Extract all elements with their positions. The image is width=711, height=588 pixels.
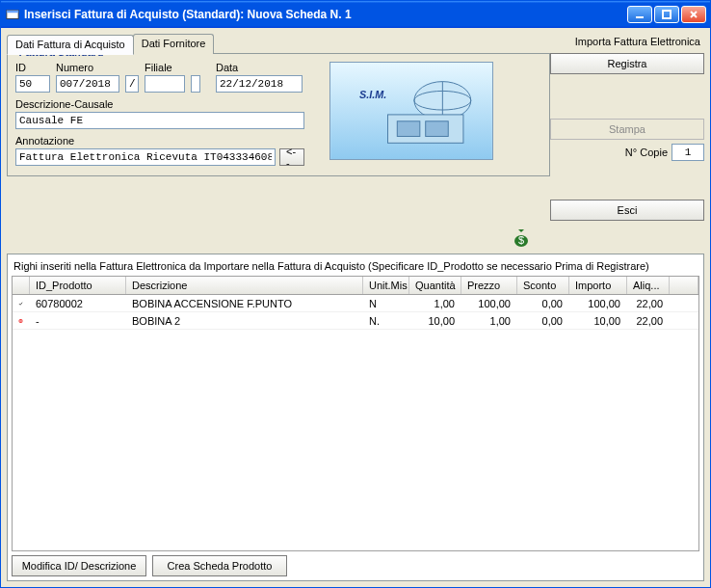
col-prezzo[interactable]: Prezzo: [461, 277, 517, 294]
id-input[interactable]: [15, 75, 50, 93]
cell-aliq: 22,00: [627, 312, 670, 329]
cell-sco: 0,00: [517, 312, 569, 329]
col-status[interactable]: [13, 277, 30, 294]
cell-qta: 1,00: [409, 295, 461, 311]
svg-rect-2: [636, 16, 644, 18]
app-icon: [5, 7, 20, 22]
label-numero: Numero: [56, 62, 119, 73]
cell-prz: 1,00: [461, 312, 517, 329]
svg-rect-12: [426, 121, 449, 137]
cell-desc: BOBINA ACCENSIONE F.PUNTO: [126, 295, 363, 311]
cell-desc: BOBINA 2: [126, 312, 363, 329]
modifica-button[interactable]: Modifica ID/ Descrizione: [12, 555, 146, 576]
col-id-prodotto[interactable]: ID_Prodotto: [30, 277, 126, 294]
cell-aliq: 22,00: [627, 295, 670, 311]
label-id: ID: [15, 62, 50, 73]
products-grid: ID_Prodotto Descrizione Unit.Mis Quantit…: [12, 276, 699, 551]
tab-dati-fornitore[interactable]: Dati Fornitore: [133, 34, 215, 54]
cell-um: N: [363, 295, 409, 311]
svg-rect-6: [331, 63, 492, 159]
cell-um: N.: [363, 312, 409, 329]
close-button[interactable]: [681, 6, 706, 23]
arrow-button[interactable]: <--: [279, 148, 304, 166]
cell-id: 60780002: [30, 295, 126, 311]
col-importo[interactable]: Importo: [569, 277, 627, 294]
label-data: Data: [216, 62, 303, 73]
ncopie-input[interactable]: [672, 144, 704, 161]
col-descrizione[interactable]: Descrizione: [126, 277, 363, 294]
svg-rect-11: [397, 121, 420, 137]
svg-rect-3: [663, 11, 671, 18]
col-spacer: [670, 277, 698, 294]
cell-id: -: [30, 312, 126, 329]
col-unit-mis[interactable]: Unit.Mis: [363, 277, 409, 294]
maximize-button[interactable]: [654, 6, 679, 23]
table-row[interactable]: -BOBINA 2N.10,001,000,0010,0022,00: [13, 312, 698, 330]
cell-imp: 10,00: [569, 312, 627, 329]
cell-qta: 10,00: [409, 312, 461, 329]
svg-rect-17: [19, 320, 22, 321]
col-quantita[interactable]: Quantità: [409, 277, 461, 294]
col-aliquota[interactable]: Aliq...: [627, 277, 670, 294]
cell-imp: 100,00: [569, 295, 627, 311]
minimize-button[interactable]: [627, 6, 652, 23]
dot-input[interactable]: [191, 75, 200, 93]
label-ncopie: N° Copie: [625, 147, 668, 158]
registra-button[interactable]: Registra: [550, 53, 704, 74]
cell-sco: 0,00: [517, 295, 569, 311]
svg-rect-1: [7, 11, 18, 13]
label-descr: Descrizione-Causale: [15, 98, 314, 110]
svg-text:S.I.M.: S.I.M.: [359, 89, 386, 100]
label-annot: Annotazione: [15, 135, 314, 147]
numero-input[interactable]: [56, 75, 119, 93]
label-filiale: Filiale: [145, 62, 185, 73]
annotazione-input[interactable]: [15, 148, 276, 166]
status-icon: [13, 312, 30, 329]
tab-dati-fattura[interactable]: Dati Fattura di Acquisto: [7, 35, 134, 55]
svg-text:$: $: [518, 234, 524, 246]
group-fattura-standard: Fattura Standard ID Numero: [7, 53, 550, 176]
table-row[interactable]: 60780002BOBINA ACCENSIONE F.PUNTON1,0010…: [13, 295, 698, 312]
grid-caption: Righi inseriti nella Fattura Elettronica…: [12, 258, 699, 276]
data-input[interactable]: [216, 75, 303, 93]
stampa-button: Stampa: [550, 119, 704, 140]
col-sconto[interactable]: Sconto: [517, 277, 569, 294]
sim-logo-image: S.I.M.: [329, 62, 493, 160]
cell-prz: 100,00: [461, 295, 517, 311]
filiale-input[interactable]: [145, 75, 185, 93]
titlebar: Inserisci Fattura di Acquisto (Standard)…: [1, 1, 710, 28]
importa-link[interactable]: Importa Fattura Elettronica: [550, 34, 704, 49]
descrizione-input[interactable]: [15, 112, 304, 129]
money-bag-icon[interactable]: $: [512, 228, 531, 248]
status-icon: [13, 295, 30, 311]
slash-input[interactable]: [125, 75, 139, 93]
crea-scheda-button[interactable]: Crea Scheda Prodotto: [152, 555, 287, 576]
esci-button[interactable]: Esci: [550, 200, 704, 221]
window-title: Inserisci Fattura di Acquisto (Standard)…: [24, 8, 627, 21]
